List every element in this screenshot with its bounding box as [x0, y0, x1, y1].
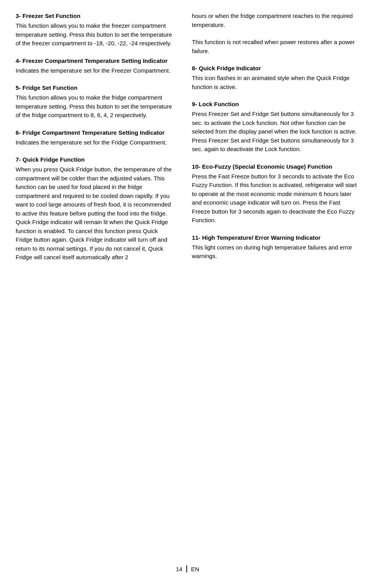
section-9-text: Press Freezer Set and Fridge Set buttons…: [192, 110, 359, 154]
section-9: 9- Lock Function Press Freezer Set and F…: [192, 100, 359, 154]
two-col-layout: 3- Freezer Set Function This function al…: [16, 12, 359, 554]
right-intro-text: hours or when the fridge compartment rea…: [192, 12, 359, 29]
section-10-text: Press the Fast Freeze button for 3 secon…: [192, 172, 359, 225]
section-9-title: 9- Lock Function: [192, 100, 359, 108]
section-3-title: 3- Freezer Set Function: [16, 12, 172, 20]
section-4-title: 4- Freezer Compartment Temperature Setti…: [16, 57, 172, 65]
section-7: 7- Quick Fridge Function When you press …: [16, 155, 172, 262]
section-5-title: 5- Fridge Set Function: [16, 84, 172, 92]
right-power-text: This function is not recalled when power…: [192, 38, 359, 55]
page-number: 14: [176, 566, 182, 572]
footer-lang: EN: [191, 566, 199, 572]
section-11: 11- High Temperature/ Error Warning Indi…: [192, 233, 359, 261]
left-column: 3- Freezer Set Function This function al…: [16, 12, 184, 554]
section-3-text: This function allows you to make the fre…: [16, 21, 172, 48]
section-4: 4- Freezer Compartment Temperature Setti…: [16, 57, 172, 75]
section-11-text: This light comes on during high temperat…: [192, 243, 359, 261]
right-intro: hours or when the fridge compartment rea…: [192, 12, 359, 29]
right-column: hours or when the fridge compartment rea…: [184, 12, 359, 554]
section-6: 6- Fridge Compartment Temperature Settin…: [16, 128, 172, 147]
section-6-title: 6- Fridge Compartment Temperature Settin…: [16, 128, 172, 137]
section-6-text: Indicates the temperature set for the Fr…: [16, 138, 172, 147]
section-8-text: This icon flashes in an animated style w…: [192, 74, 359, 91]
section-8-title: 8- Quick Fridge Indicator: [192, 64, 359, 72]
page-footer: 14 EN: [16, 565, 359, 572]
section-11-title: 11- High Temperature/ Error Warning Indi…: [192, 233, 359, 242]
section-5-text: This function allows you to make the fri…: [16, 93, 172, 120]
section-10: 10- Eco-Fuzzy (Special Economic Usage) F…: [192, 162, 359, 225]
section-4-text: Indicates the temperature set for the Fr…: [16, 66, 172, 75]
section-7-text: When you press Quick Fridge button, the …: [16, 165, 172, 262]
section-10-title: 10- Eco-Fuzzy (Special Economic Usage) F…: [192, 162, 359, 171]
section-3: 3- Freezer Set Function This function al…: [16, 12, 172, 48]
section-7-title: 7- Quick Fridge Function: [16, 155, 172, 164]
section-8: 8- Quick Fridge Indicator This icon flas…: [192, 64, 359, 91]
footer-divider: [186, 565, 187, 572]
section-5: 5- Fridge Set Function This function all…: [16, 84, 172, 120]
page-container: 3- Freezer Set Function This function al…: [0, 0, 375, 588]
right-power: This function is not recalled when power…: [192, 38, 359, 55]
